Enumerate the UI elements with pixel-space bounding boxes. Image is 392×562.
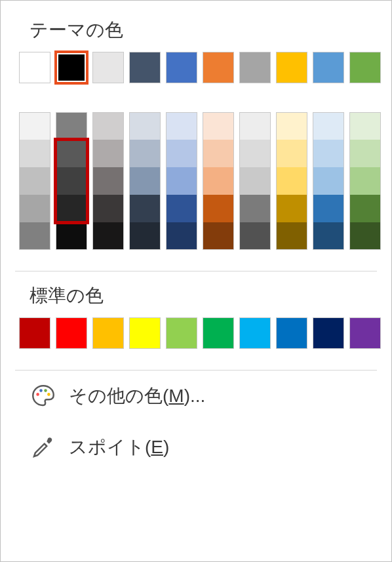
shade-swatch[interactable] — [92, 140, 124, 167]
shade-swatch[interactable] — [19, 222, 50, 250]
shade-swatch[interactable] — [166, 167, 197, 195]
standard-colors-title: 標準の色 — [29, 283, 382, 308]
shade-swatch[interactable] — [313, 112, 344, 140]
shade-column — [239, 112, 271, 250]
standard-swatch-red[interactable] — [56, 317, 87, 349]
palette-icon — [29, 382, 57, 410]
shade-column — [203, 112, 234, 250]
shade-swatch[interactable] — [239, 222, 271, 250]
shade-swatch[interactable] — [203, 140, 234, 167]
shade-swatch[interactable] — [239, 112, 271, 140]
shade-swatch[interactable] — [166, 222, 197, 250]
svg-point-3 — [47, 393, 50, 396]
eyedropper-button[interactable]: スポイト(E) — [10, 422, 382, 473]
shade-swatch[interactable] — [129, 195, 161, 222]
theme-swatch-dark-blue-gray[interactable] — [129, 52, 161, 83]
theme-swatch-green[interactable] — [349, 52, 381, 83]
theme-swatch-gold[interactable] — [276, 52, 307, 83]
shade-column — [19, 112, 50, 250]
shade-swatch[interactable] — [166, 112, 197, 140]
shade-swatch[interactable] — [203, 112, 234, 140]
theme-shade-grid — [19, 112, 382, 250]
standard-swatch-dark-red[interactable] — [19, 317, 50, 349]
standard-swatch-light-green[interactable] — [166, 317, 197, 349]
shade-swatch[interactable] — [349, 167, 381, 195]
eyedropper-label: スポイト(E) — [69, 435, 169, 460]
shade-swatch[interactable] — [203, 195, 234, 222]
shade-swatch[interactable] — [19, 112, 50, 140]
shade-swatch[interactable] — [92, 222, 124, 250]
shade-swatch[interactable] — [129, 112, 161, 140]
shade-swatch[interactable] — [92, 112, 124, 140]
shade-column — [313, 112, 344, 250]
shade-column — [129, 112, 161, 250]
theme-swatch-orange[interactable] — [203, 52, 234, 83]
shade-swatch[interactable] — [92, 167, 124, 195]
shade-swatch[interactable] — [56, 112, 87, 140]
theme-colors-title: テーマの色 — [29, 18, 382, 43]
theme-swatch-light-gray[interactable] — [92, 52, 124, 83]
shade-swatch[interactable] — [349, 112, 381, 140]
shade-column — [92, 112, 124, 250]
svg-point-0 — [36, 393, 39, 396]
shade-swatch[interactable] — [276, 112, 307, 140]
shade-swatch[interactable] — [239, 195, 271, 222]
theme-color-row — [19, 52, 382, 83]
standard-swatch-yellow[interactable] — [129, 317, 161, 349]
theme-swatch-gray[interactable] — [239, 52, 271, 83]
shade-swatch[interactable] — [19, 167, 50, 195]
divider — [15, 271, 377, 271]
shade-swatch[interactable] — [313, 222, 344, 250]
shade-swatch[interactable] — [56, 195, 87, 222]
theme-swatch-light-blue[interactable] — [313, 52, 344, 83]
shade-swatch[interactable] — [129, 222, 161, 250]
standard-swatch-dark-blue[interactable] — [313, 317, 344, 349]
shade-swatch[interactable] — [313, 140, 344, 167]
shade-swatch[interactable] — [203, 222, 234, 250]
shade-swatch[interactable] — [129, 140, 161, 167]
more-colors-button[interactable]: その他の色(M)... — [10, 371, 382, 422]
shade-swatch[interactable] — [349, 195, 381, 222]
shade-swatch[interactable] — [349, 140, 381, 167]
theme-swatch-black[interactable] — [56, 52, 87, 83]
shade-swatch[interactable] — [276, 222, 307, 250]
more-colors-label: その他の色(M)... — [69, 384, 205, 409]
shade-swatch[interactable] — [276, 140, 307, 167]
shade-swatch[interactable] — [129, 167, 161, 195]
theme-swatch-blue[interactable] — [166, 52, 197, 83]
standard-swatch-purple[interactable] — [349, 317, 381, 349]
standard-swatch-blue[interactable] — [276, 317, 307, 349]
shade-swatch[interactable] — [276, 167, 307, 195]
shade-swatch[interactable] — [56, 167, 87, 195]
standard-swatch-green[interactable] — [203, 317, 234, 349]
standard-color-row — [19, 317, 382, 349]
shade-swatch[interactable] — [92, 195, 124, 222]
shade-swatch[interactable] — [203, 167, 234, 195]
theme-swatch-white[interactable] — [19, 52, 50, 83]
eyedropper-icon — [29, 433, 57, 461]
svg-point-2 — [44, 389, 47, 392]
shade-swatch[interactable] — [19, 195, 50, 222]
shade-swatch[interactable] — [56, 140, 87, 167]
shade-swatch[interactable] — [239, 167, 271, 195]
shade-swatch[interactable] — [313, 195, 344, 222]
shade-swatch[interactable] — [239, 140, 271, 167]
standard-swatch-orange[interactable] — [92, 317, 124, 349]
shade-column — [276, 112, 307, 250]
shade-swatch[interactable] — [19, 140, 50, 167]
shade-column — [349, 112, 381, 250]
shade-swatch[interactable] — [313, 167, 344, 195]
shade-column — [166, 112, 197, 250]
shade-swatch[interactable] — [349, 222, 381, 250]
standard-swatch-light-blue[interactable] — [239, 317, 271, 349]
shade-swatch[interactable] — [56, 222, 87, 250]
shade-swatch[interactable] — [276, 195, 307, 222]
shade-column — [56, 112, 87, 250]
svg-point-1 — [39, 389, 43, 392]
shade-swatch[interactable] — [166, 140, 197, 167]
shade-swatch[interactable] — [166, 195, 197, 222]
